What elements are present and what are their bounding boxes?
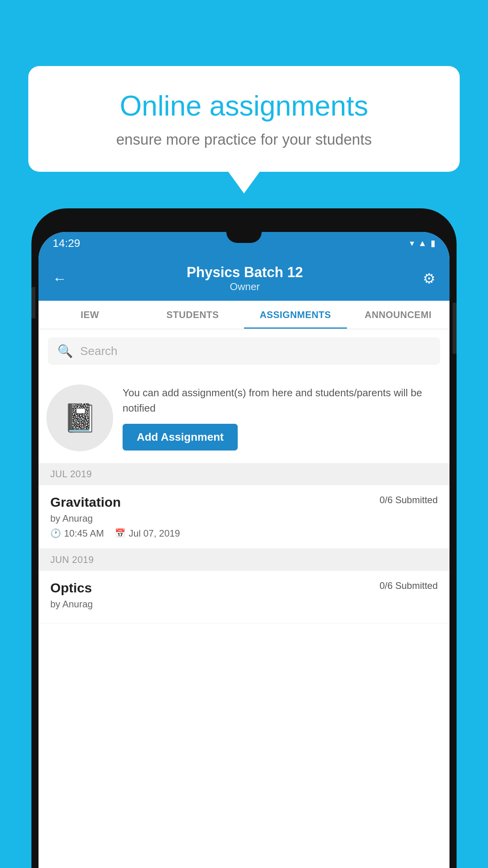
notebook-icon: 📓 (63, 402, 97, 434)
settings-icon[interactable]: ⚙ (423, 270, 435, 287)
power-button (453, 303, 457, 354)
wifi-icon: ▾ (410, 238, 414, 248)
tab-bar: IEW STUDENTS ASSIGNMENTS ANNOUNCEMI (39, 301, 449, 329)
promo-text: You can add assignment(s) from here and … (123, 385, 438, 416)
status-icons: ▾ ▲ ▮ (410, 238, 435, 248)
promo-icon-circle: 📓 (46, 384, 113, 451)
signal-icon: ▲ (418, 238, 427, 248)
assignment-author: by Anurag (50, 513, 438, 524)
clock-icon: 🕐 (50, 528, 61, 539)
assignment-time: 🕐 10:45 AM (50, 528, 104, 539)
assignment-gravitation[interactable]: Gravitation 0/6 Submitted by Anurag 🕐 10… (39, 485, 449, 549)
phone-screen: 14:29 ▾ ▲ ▮ ← Physics Batch 12 Owner ⚙ I… (39, 232, 449, 868)
search-bar[interactable]: 🔍 Search (48, 337, 440, 365)
assignment-header: Gravitation 0/6 Submitted (50, 495, 438, 510)
search-container: 🔍 Search (39, 329, 449, 373)
assignment-name-optics: Optics (50, 580, 92, 596)
phone-frame: 14:29 ▾ ▲ ▮ ← Physics Batch 12 Owner ⚙ I… (31, 208, 457, 868)
section-jul-2019: JUL 2019 (39, 463, 449, 485)
speech-bubble-subtitle: ensure more practice for your students (60, 131, 428, 148)
search-placeholder: Search (80, 344, 117, 358)
battery-icon: ▮ (431, 238, 435, 248)
assignment-optics[interactable]: Optics 0/6 Submitted by Anurag (39, 571, 449, 623)
tab-students[interactable]: STUDENTS (141, 301, 244, 329)
tab-assignments[interactable]: ASSIGNMENTS (244, 301, 347, 329)
app-header: ← Physics Batch 12 Owner ⚙ (39, 255, 449, 301)
assignment-promo: 📓 You can add assignment(s) from here an… (39, 373, 449, 463)
batch-role: Owner (67, 281, 423, 293)
speech-bubble-arrow (228, 172, 260, 193)
assignment-name: Gravitation (50, 495, 121, 510)
speech-bubble: Online assignments ensure more practice … (28, 66, 460, 172)
assignment-meta: 🕐 10:45 AM 📅 Jul 07, 2019 (50, 528, 438, 539)
speech-bubble-container: Online assignments ensure more practice … (28, 66, 460, 193)
add-assignment-button[interactable]: Add Assignment (123, 424, 238, 451)
assignment-header-optics: Optics 0/6 Submitted (50, 580, 438, 596)
search-icon: 🔍 (57, 344, 73, 359)
assignment-submitted-optics: 0/6 Submitted (380, 580, 438, 591)
phone-notch (226, 232, 262, 243)
assignment-date: 📅 Jul 07, 2019 (115, 528, 180, 539)
assignment-author-optics: by Anurag (50, 599, 438, 610)
section-jun-2019: JUN 2019 (39, 549, 449, 571)
volume-button (31, 287, 35, 318)
promo-content: You can add assignment(s) from here and … (123, 385, 438, 451)
calendar-icon: 📅 (115, 528, 125, 539)
tab-iew[interactable]: IEW (39, 301, 141, 329)
assignment-submitted: 0/6 Submitted (380, 495, 438, 506)
speech-bubble-title: Online assignments (60, 90, 428, 122)
header-center: Physics Batch 12 Owner (67, 264, 423, 293)
tab-announcements[interactable]: ANNOUNCEMI (347, 301, 450, 329)
status-time: 14:29 (53, 237, 80, 250)
batch-title: Physics Batch 12 (67, 264, 423, 281)
back-button[interactable]: ← (53, 270, 67, 287)
